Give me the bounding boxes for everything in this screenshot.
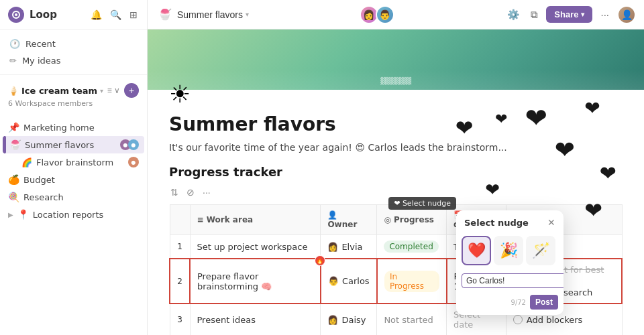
progress-cell-2[interactable]: In Progress — [377, 259, 447, 304]
sidebar-item-summer-flavors-label: Summer flavors — [25, 140, 116, 150]
workspace-section: 🍦 Ice cream team ▾ ≡ ∨ + 6 Workspace mem… — [0, 75, 147, 116]
share-button[interactable]: Share ▾ — [546, 6, 592, 23]
sidebar-item-location-label: Location reports — [33, 210, 139, 220]
loop-logo — [8, 7, 24, 23]
user-avatar: 👤 — [617, 5, 636, 24]
sidebar-items-list: 📌 Marketing home 🍧 Summer flavors ● ● 🌈 … — [0, 116, 147, 335]
sidebar-item-location-reports[interactable]: ▶ 📍 Location reports — [3, 206, 144, 223]
filter-icon[interactable]: ⊘ — [185, 186, 196, 199]
nudge-char-count: 9/72 — [511, 299, 526, 306]
research-emoji: 🍭 — [8, 192, 19, 202]
avatar-2: ● — [128, 139, 139, 150]
settings-icon[interactable]: ⚙️ — [504, 6, 523, 23]
sort-icon[interactable]: ⇅ — [169, 186, 180, 199]
main-content: 🍧 Summer flavors ▾ 👩 👨 ⚙️ ⧉ Share ▾ ··· … — [148, 0, 644, 335]
more-table-options-icon[interactable]: ··· — [201, 186, 212, 199]
progress-cell-1[interactable]: Completed — [377, 235, 447, 259]
workspace-header: 🍦 Ice cream team ▾ ≡ ∨ + — [8, 83, 139, 98]
work-area-cell-1[interactable]: Set up project workspace — [190, 235, 321, 259]
col-progress: ◎ Progress — [377, 205, 447, 235]
workspace-name: 🍦 Ice cream team ▾ — [8, 86, 103, 96]
nudge-emoji-heart[interactable]: ❤️ — [462, 236, 491, 265]
workspace-add-button[interactable]: + — [124, 83, 139, 98]
sidebar-item-summer-flavors[interactable]: 🍧 Summer flavors ● ● — [3, 136, 144, 153]
owner-icon: 👤 — [327, 210, 337, 220]
work-area-cell-2[interactable]: Prepare flavor brainstorming 🧠 🔥 — [190, 259, 321, 304]
sidebar-nav: 🕐 Recent ✏️ My ideas — [0, 30, 147, 75]
search-icon[interactable]: 🔍 — [109, 8, 123, 21]
progress-icon: ◎ — [384, 215, 394, 224]
table-toolbar: ⇅ ⊘ ··· — [169, 186, 623, 199]
sidebar-item-ideas-label: My ideas — [22, 56, 61, 66]
sidebar-item-recent-label: Recent — [25, 39, 56, 49]
doc-title-chevron-icon: ▾ — [246, 11, 249, 18]
row-num-1: 1 — [170, 235, 190, 259]
status-badge-in-progress: In Progress — [384, 271, 439, 292]
more-options-icon[interactable]: ··· — [598, 6, 612, 23]
nudge-close-button[interactable]: ✕ — [547, 217, 555, 228]
content-area: ▓▓▓▓▓▓ ❤️❤️❤️❤️❤️❤️❤️❤️ ☀️ Summer flavor… — [148, 29, 644, 335]
sidebar-item-marketing[interactable]: 📌 Marketing home — [3, 119, 144, 136]
sidebar-item-research-label: Research — [23, 192, 139, 202]
doc-title-button[interactable]: Summer flavors ▾ — [177, 9, 249, 20]
notification-icon[interactable]: 🔔 — [89, 8, 103, 21]
summer-flavors-emoji: 🍧 — [9, 139, 21, 150]
sidebar-item-research[interactable]: 🍭 Research — [3, 188, 144, 206]
expand-icon: ▶ — [8, 211, 13, 218]
section-heading: Progress tracker — [169, 165, 623, 179]
col-num — [170, 205, 190, 235]
col-owner: 👤 Owner — [321, 205, 377, 235]
nudge-emoji-magic[interactable]: 🪄 — [526, 236, 555, 265]
doc-description: It's our favorite time of the year again… — [169, 142, 623, 153]
nudge-input-row — [456, 269, 564, 292]
nudge-emoji-celebrate[interactable]: 🎉 — [494, 236, 523, 265]
owner-avatar-2: 👨 — [328, 276, 339, 286]
collab-avatar-2: 👨 — [376, 5, 394, 24]
nudge-post-button[interactable]: Post — [530, 295, 558, 310]
summer-flavors-avatars: ● ● — [120, 139, 139, 150]
topbar-right-actions: ⚙️ ⧉ Share ▾ ··· 👤 — [504, 5, 636, 24]
app-name: Loop — [30, 9, 57, 21]
row-num-2: 2 — [170, 259, 190, 304]
work-area-cell-3[interactable]: Present ideas — [190, 304, 321, 335]
sidebar: Loop 🔔 🔍 ⊞ 🕐 Recent ✏️ My ideas 🍦 Ice cr… — [0, 0, 148, 335]
topbar-doc-emoji: 🍧 — [158, 8, 172, 21]
sidebar-item-budget-label: Budget — [23, 175, 139, 185]
sidebar-item-budget[interactable]: 🍊 Budget — [3, 171, 144, 188]
sidebar-item-my-ideas[interactable]: ✏️ My ideas — [3, 52, 144, 69]
status-badge-not-started: Not started — [384, 315, 433, 325]
topbar-collab-avatars: 👩 👨 — [360, 5, 394, 24]
owner-avatar-3: 👩 — [327, 315, 338, 325]
sidebar-item-marketing-label: Marketing home — [23, 123, 139, 133]
duplicate-icon[interactable]: ⧉ — [528, 6, 541, 23]
doc-title: Summer flavors — [169, 113, 623, 135]
budget-emoji: 🍊 — [8, 174, 19, 185]
doc-large-emoji: ☀️ — [169, 80, 623, 108]
sidebar-header: Loop 🔔 🔍 ⊞ — [0, 0, 147, 30]
progress-cell-3[interactable]: Not started — [377, 304, 447, 335]
owner-cell-2: 👨 Carlos — [321, 259, 377, 304]
work-area-icon: ≡ — [197, 215, 207, 224]
nudge-popup: Select nudge ✕ ❤️ 🎉 🪄 9/72 Post — [456, 210, 564, 315]
brainstorm-emoji: 🌈 — [21, 157, 32, 168]
svg-point-1 — [15, 13, 17, 16]
owner-cell-3: 👩 Daisy — [321, 304, 377, 335]
owner-avatar-1: 👩 — [327, 242, 338, 252]
nudge-text-input[interactable] — [462, 273, 564, 288]
task-item-3: Add blockers — [513, 315, 615, 325]
workspace-more-icon[interactable]: ≡ ∨ — [106, 83, 121, 98]
ideas-icon: ✏️ — [9, 56, 17, 66]
layout-icon[interactable]: ⊞ — [128, 8, 139, 21]
sidebar-top-icons: 🔔 🔍 ⊞ — [89, 8, 139, 21]
owner-cell-1: 👩 Elvia — [321, 235, 377, 259]
recent-icon: 🕐 — [9, 39, 20, 49]
doc-body: ❤️❤️❤️❤️❤️❤️❤️❤️ ☀️ Summer flavors It's … — [148, 90, 644, 335]
share-chevron-icon: ▾ — [581, 11, 584, 18]
workspace-emoji: 🍦 — [8, 86, 19, 96]
status-badge-completed: Completed — [384, 241, 438, 253]
sidebar-item-flavor-brainstorm[interactable]: 🌈 Flavor brainstorm ● — [3, 153, 144, 171]
location-emoji: 📍 — [17, 209, 29, 220]
col-work-area: ≡ Work area — [190, 205, 321, 235]
sidebar-item-recent[interactable]: 🕐 Recent — [3, 36, 144, 52]
task-checkbox-3[interactable] — [513, 315, 523, 324]
